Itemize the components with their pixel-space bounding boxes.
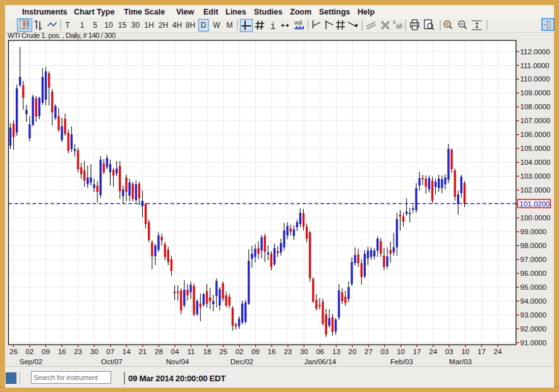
svg-text:02: 02: [26, 348, 34, 355]
svg-text:06: 06: [316, 348, 324, 355]
svg-text:26: 26: [9, 348, 18, 355]
svg-text:24: 24: [429, 348, 437, 355]
svg-text:106.0000: 106.0000: [520, 131, 551, 138]
svg-text:i: i: [270, 21, 276, 32]
svg-text:Oct/07: Oct/07: [101, 358, 123, 365]
svg-text:112.0000: 112.0000: [520, 48, 550, 56]
svg-text:10: 10: [397, 348, 405, 355]
svg-text:110.0000: 110.0000: [520, 75, 550, 83]
svg-text:99.0000: 99.0000: [520, 228, 547, 235]
svg-text:02: 02: [236, 348, 244, 355]
svg-text:103.0000: 103.0000: [520, 172, 551, 180]
svg-text:all: all: [396, 23, 402, 30]
svg-text:100.0000: 100.0000: [520, 214, 551, 222]
svg-text:107.0000: 107.0000: [520, 117, 551, 124]
svg-text:04: 04: [171, 348, 179, 355]
svg-text:07: 07: [106, 348, 114, 355]
svg-text:09: 09: [251, 348, 260, 355]
svg-text:93.0000: 93.0000: [520, 311, 547, 319]
svg-text:14: 14: [123, 348, 131, 355]
svg-text:10: 10: [461, 348, 469, 355]
svg-text:105.0000: 105.0000: [520, 145, 551, 152]
svg-text:28: 28: [155, 348, 163, 355]
svg-text:104.0000: 104.0000: [520, 158, 551, 166]
svg-text:96.0000: 96.0000: [520, 270, 547, 277]
svg-text:Jan/06/14: Jan/06/14: [304, 358, 337, 365]
svg-text:21: 21: [138, 348, 147, 355]
svg-text:95.0000: 95.0000: [520, 283, 547, 291]
svg-text:13: 13: [332, 348, 340, 355]
svg-text:03: 03: [445, 348, 454, 355]
svg-text:24: 24: [494, 348, 502, 355]
svg-text:23: 23: [74, 348, 82, 355]
svg-text:Mar/03: Mar/03: [449, 358, 472, 365]
svg-text:101.0200: 101.0200: [520, 200, 550, 208]
svg-text:30: 30: [90, 348, 99, 355]
svg-text:27: 27: [364, 348, 373, 355]
svg-text:98.0000: 98.0000: [520, 242, 547, 249]
svg-text:Dec/02: Dec/02: [231, 358, 253, 365]
svg-text:25: 25: [219, 348, 227, 355]
svg-text:30: 30: [300, 348, 308, 355]
svg-text:Sep/02: Sep/02: [20, 358, 42, 365]
svg-text:16: 16: [58, 348, 66, 355]
svg-text:16: 16: [268, 348, 276, 355]
svg-text:Feb/03: Feb/03: [390, 358, 413, 365]
svg-text:92.0000: 92.0000: [520, 325, 547, 333]
svg-text:17: 17: [478, 348, 486, 355]
svg-text:11: 11: [187, 348, 195, 355]
svg-text:17: 17: [413, 348, 421, 355]
svg-text:94.0000: 94.0000: [520, 297, 547, 305]
svg-text:97.0000: 97.0000: [520, 256, 547, 263]
svg-text:03: 03: [381, 348, 389, 355]
svg-text:Nov/04: Nov/04: [166, 358, 189, 365]
svg-text:109.0000: 109.0000: [520, 89, 551, 97]
svg-text:vol: vol: [294, 19, 302, 26]
svg-text:102.0000: 102.0000: [520, 186, 551, 194]
svg-text:23: 23: [284, 348, 292, 355]
svg-text:18: 18: [203, 348, 212, 355]
svg-text:20: 20: [349, 348, 357, 355]
svg-text:91.0000: 91.0000: [520, 339, 547, 347]
svg-text:111.0000: 111.0000: [520, 62, 550, 69]
svg-text:108.0000: 108.0000: [520, 103, 551, 110]
svg-text:09: 09: [42, 348, 50, 355]
